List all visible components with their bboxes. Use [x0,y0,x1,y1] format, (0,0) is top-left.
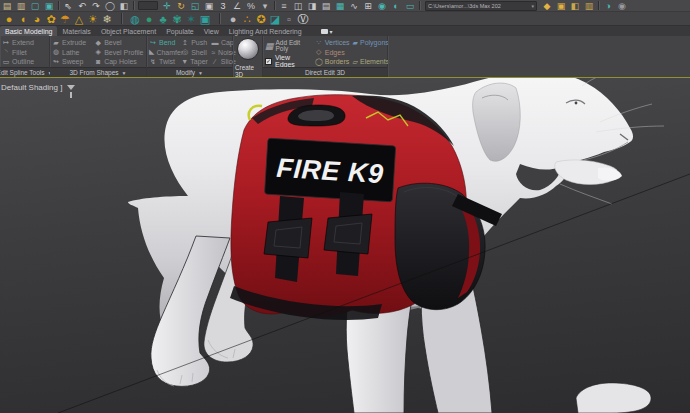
panel-footer-modify[interactable]: Modify▼ [147,67,232,77]
ribbon-button[interactable]: ↦Extend [2,38,47,47]
vray-icon[interactable]: Ⓥ [296,12,310,26]
sun-icon[interactable]: ☀ [86,12,100,26]
ribbon-toggle-icon[interactable]: ▦ [333,0,347,12]
perspective-viewport[interactable]: Default Shading ] [0,78,690,413]
subobject-button[interactable]: ▰Polygons [353,38,385,47]
angle-snap-icon[interactable]: ∠ [230,0,244,12]
add-edit-poly-button[interactable]: ▦ Add EditPoly [265,38,312,54]
mirror-icon[interactable]: ◫ [291,0,305,12]
open-file-icon[interactable]: ▥ [14,0,28,12]
tab-view[interactable]: View [199,26,224,36]
select-region-icon[interactable]: ◯ [103,0,117,12]
material-editor-icon[interactable]: ◉ [375,0,389,12]
ribbon-button[interactable]: ◣Chamfer [149,48,178,57]
percent-snap-icon[interactable]: % [244,0,258,12]
view-edges-checkbox-row[interactable]: ✓ View Edges [265,56,312,66]
rendered-frame-icon[interactable]: ▭ [403,0,417,12]
particles-icon[interactable]: ∴ [240,12,254,26]
paint-select-icon[interactable]: ▣ [42,0,56,12]
undo-icon[interactable]: ↶ [75,0,89,12]
create-3d-label: Create 3D [235,64,260,78]
ribbon-button[interactable]: ↬Sweep [52,57,91,66]
select-and-rotate-icon[interactable]: ↻ [174,0,188,12]
redo-icon[interactable]: ↷ [89,0,103,12]
new-scene-icon[interactable]: ▤ [0,0,14,12]
viewport-label[interactable]: Default Shading ] [1,83,75,92]
poly-dome-icon[interactable]: ◖ [16,12,30,26]
snowflake-icon[interactable]: ❄ [100,12,114,26]
ribbon-button[interactable]: ↯Twist [149,57,178,66]
workspace-icon-2[interactable]: ▣ [554,0,568,12]
create-3d-sphere-button[interactable] [237,38,259,60]
select-cursor-icon[interactable]: ⇖ [61,0,75,12]
poly-cut-sphere-icon[interactable]: ◕ [30,12,44,26]
tab-populate[interactable]: Populate [161,26,199,36]
use-pivot-icon[interactable]: ▣ [202,0,216,12]
workspace-icon-3[interactable]: ◧ [568,0,582,12]
viewport-filter-icon[interactable] [67,85,75,90]
subobject-button[interactable]: ∵Vertices [315,38,350,47]
tree-icon[interactable]: ♣ [156,12,170,26]
checkbox-checked-icon[interactable]: ✓ [265,58,272,65]
flower-shape-icon[interactable]: ✿ [44,12,58,26]
project-folder-dropdown[interactable]: C:\Users\amor...\3ds Max 202▾ [425,1,537,11]
layer-manager-icon[interactable]: ▤ [319,0,333,12]
snaps-toggle-icon[interactable]: 3 [216,0,230,12]
gray-sphere-icon[interactable]: ● [226,12,240,26]
ribbon-button[interactable]: ↪Bend [149,38,178,47]
panel-footer-edit-spline-tools[interactable]: Edit Spline Tools▼ [0,67,49,77]
bush-icon[interactable]: ✾ [170,12,184,26]
tab-materials[interactable]: Materials [57,26,95,36]
palette-icon[interactable]: ✪ [254,12,268,26]
selection-filter-dropdown[interactable] [138,1,158,10]
ribbon-button[interactable]: ◍Lathe [52,48,91,57]
tab-object-placement[interactable]: Object Placement [96,26,161,36]
umbrella-shape-icon[interactable]: ☂ [58,12,72,26]
workspace-icon-1[interactable]: ◆ [540,0,554,12]
ribbon-minimize-control[interactable]: ▾ [321,26,333,36]
curve-editor-icon[interactable]: ∿ [347,0,361,12]
select-and-move-icon[interactable]: ✛ [160,0,174,12]
tool-icon: ∕ [211,58,219,65]
flame-box-icon[interactable]: ▣ [198,12,212,26]
tab-lighting-and-rendering[interactable]: Lighting And Rendering [224,26,307,36]
surface-square-icon[interactable]: ◪ [268,12,282,26]
align-icon[interactable]: ◨ [305,0,319,12]
poly-sphere-icon[interactable]: ● [2,12,16,26]
workspace-icon-4[interactable]: ▥ [582,0,596,12]
ribbon-button[interactable]: ◝Fillet [2,48,47,57]
select-and-scale-icon[interactable]: ◱ [188,0,202,12]
tent-shape-icon[interactable]: △ [72,12,86,26]
named-selection-icon[interactable]: ≡ [277,0,291,12]
ribbon-button[interactable]: ◙Cap Holes [94,57,144,66]
ribbon-button[interactable]: ▰Extrude [52,38,91,47]
ribbon-button[interactable]: ▼Taper [181,57,208,66]
render-setup-icon[interactable]: ◐ [389,0,403,12]
ribbon-button[interactable]: ◎Shell [181,48,208,57]
subobject-button[interactable]: ◇Edges [315,48,350,57]
panel-footer-3d-from-shapes[interactable]: 3D From Shapes▼ [50,67,146,77]
ribbon-button[interactable]: ◈Bevel Profile [94,48,144,57]
claw-icon[interactable]: ✶ [184,12,198,26]
subobject-button[interactable]: ◯Borders [315,57,350,66]
subobject-icon: ◇ [315,48,323,56]
help-icon[interactable]: ◉ [615,0,629,12]
dog-model-render[interactable]: FIRE K9 [0,78,690,413]
fire-k9-patch[interactable]: FIRE K9 [265,138,396,202]
ribbon-button[interactable]: ◆Bevel [94,38,144,47]
panel-footer-direct-edit-3d[interactable]: Direct Edit 3D [263,67,387,77]
marquee-select-icon[interactable]: ▢ [28,0,42,12]
leaf-ball-icon[interactable]: ● [142,12,156,26]
subobject-button[interactable]: ▱Elements [353,57,385,66]
front-paw-right[interactable] [576,383,651,413]
mini-tools-icon[interactable]: ▫ [282,12,296,26]
render-production-icon[interactable]: ◑ [601,0,615,12]
spinner-snap-icon[interactable]: ▾ [258,0,272,12]
globe-icon[interactable]: ◍ [128,12,142,26]
ribbon-button[interactable]: ↥Push [181,38,208,47]
schematic-view-icon[interactable]: ⊞ [361,0,375,12]
tab-basic-modeling[interactable]: Basic Modeling [0,26,57,36]
chevron-down-icon: ▾ [330,28,333,35]
ribbon-button[interactable]: ▭Outline [2,57,47,66]
window-crossing-icon[interactable]: ◧ [117,0,131,12]
